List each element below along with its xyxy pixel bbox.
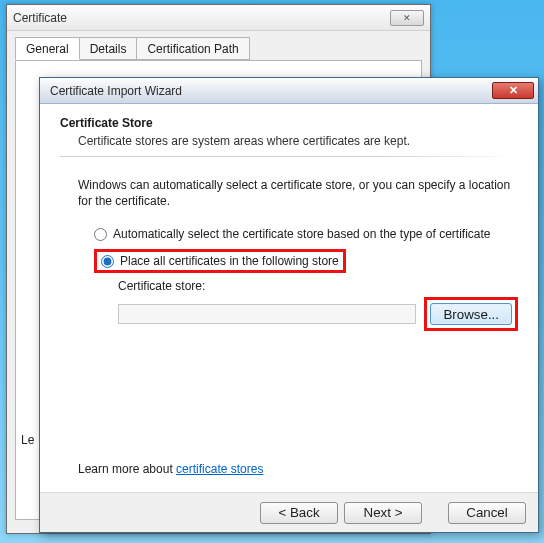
description-text: Windows can automatically select a certi… [78,177,518,209]
radio-place-row[interactable]: Place all certificates in the following … [94,249,518,273]
divider [60,156,518,157]
store-block: Certificate store: Browse... [118,279,518,331]
browse-highlight: Browse... [424,297,518,331]
learn-more: Learn more about certificate stores [78,462,263,476]
cancel-button[interactable]: Cancel [448,502,526,524]
close-button-wizard[interactable]: ✕ [492,82,534,99]
wizard-title: Certificate Import Wizard [50,84,182,98]
browse-button[interactable]: Browse... [430,303,512,325]
certificate-titlebar: Certificate ✕ [7,5,430,31]
radio-place[interactable] [101,255,114,268]
learn-prefix: Learn more about [78,462,176,476]
wizard-body: Certificate Store Certificate stores are… [40,104,538,492]
tab-details[interactable]: Details [79,37,138,60]
radio-auto-row[interactable]: Automatically select the certificate sto… [94,225,518,243]
import-wizard-window: Certificate Import Wizard ✕ Certificate … [39,77,539,533]
back-button[interactable]: < Back [260,502,338,524]
store-label: Certificate store: [118,279,518,293]
certificate-tabs: General Details Certification Path [7,31,430,60]
close-button-back[interactable]: ✕ [390,10,424,26]
close-icon: ✕ [509,84,518,97]
learn-link[interactable]: certificate stores [176,462,263,476]
radio-place-label: Place all certificates in the following … [120,254,339,268]
radio-auto[interactable] [94,228,107,241]
truncated-text: Le [21,433,34,447]
wizard-footer: < Back Next > Cancel [40,492,538,532]
tab-certification-path[interactable]: Certification Path [136,37,249,60]
step-title: Certificate Store [60,116,518,130]
close-icon: ✕ [403,13,411,23]
store-input[interactable] [118,304,416,324]
tab-general[interactable]: General [15,37,80,60]
wizard-titlebar: Certificate Import Wizard ✕ [40,78,538,104]
step-subtitle: Certificate stores are system areas wher… [78,134,518,148]
radio-auto-label: Automatically select the certificate sto… [113,227,491,241]
next-button[interactable]: Next > [344,502,422,524]
certificate-title: Certificate [13,11,67,25]
